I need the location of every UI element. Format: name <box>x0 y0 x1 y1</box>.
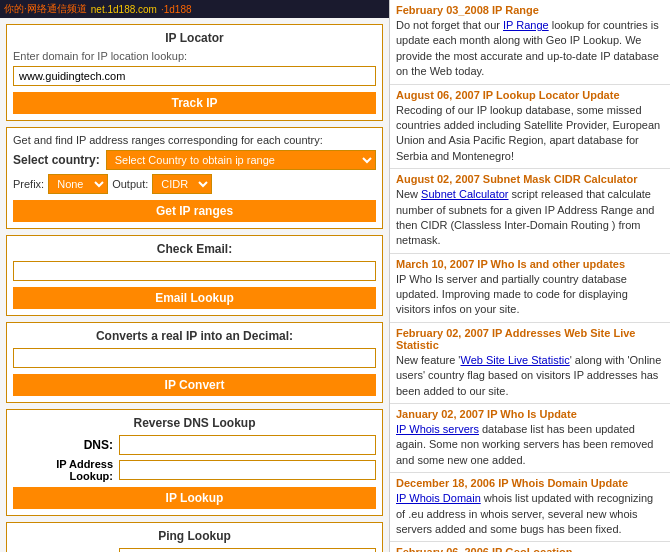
check-email-title: Check Email: <box>13 242 376 256</box>
track-ip-button[interactable]: Track IP <box>13 92 376 114</box>
ip-locator-title: IP Locator <box>13 31 376 45</box>
news-item-3: March 10, 2007 IP Who Is and other updat… <box>390 254 670 323</box>
news-link-4[interactable]: Web Site Live Statistic <box>460 354 569 366</box>
news-text-6: IP Whois Domain whois list updated with … <box>396 491 664 537</box>
news-link-5[interactable]: IP Whois servers <box>396 423 479 435</box>
news-item-4: February 02, 2007 IP Addresses Web Site … <box>390 323 670 404</box>
email-input[interactable] <box>13 261 376 281</box>
watermark-site: net.1d188.com <box>91 4 157 15</box>
news-text-4: New feature 'Web Site Live Statistic' al… <box>396 353 664 399</box>
news-text-5: IP Whois servers database list has been … <box>396 422 664 468</box>
news-item-0: February 03_2008 IP Range Do not forget … <box>390 0 670 85</box>
news-text-2: New Subnet Calculator script released th… <box>396 187 664 249</box>
prefix-label: Prefix: <box>13 178 44 190</box>
left-panel: 你的·网络通信频道 net.1d188.com ·1d188 IP Locato… <box>0 0 390 552</box>
news-date-5: January 02, 2007 IP Who Is Update <box>396 408 664 420</box>
get-ip-ranges-button[interactable]: Get IP ranges <box>13 200 376 222</box>
news-date-2: August 02, 2007 Subnet Mask CIDR Calcula… <box>396 173 664 185</box>
ping-title: Ping Lookup <box>13 529 376 543</box>
ip-range-desc: Get and find IP address ranges correspon… <box>13 134 376 146</box>
news-link-0[interactable]: IP Range <box>503 19 549 31</box>
host-row: Enter IP or Host: <box>13 548 376 552</box>
news-link-2[interactable]: Subnet Calculator <box>421 188 508 200</box>
news-link-6[interactable]: IP Whois Domain <box>396 492 481 504</box>
check-email-section: Check Email: Email Lookup <box>6 235 383 316</box>
ip-locator-input[interactable] <box>13 66 376 86</box>
ip-address-row: IP Address Lookup: <box>13 458 376 482</box>
reverse-dns-title: Reverse DNS Lookup <box>13 416 376 430</box>
output-label: Output: <box>112 178 148 190</box>
right-panel: February 03_2008 IP Range Do not forget … <box>390 0 670 552</box>
ip-locator-section: IP Locator Enter domain for IP location … <box>6 24 383 121</box>
reverse-dns-section: Reverse DNS Lookup DNS: IP Address Looku… <box>6 409 383 516</box>
country-select[interactable]: Select Country to obtain ip range <box>106 150 376 170</box>
ping-section: Ping Lookup Enter IP or Host: Enter Coun… <box>6 522 383 552</box>
news-text-3: IP Who Is server and partially country d… <box>396 272 664 318</box>
news-item-7: February 06, 2006 IP GeoLocation <box>390 542 670 552</box>
news-date-4: February 02, 2007 IP Addresses Web Site … <box>396 327 664 351</box>
dns-label: DNS: <box>13 438 113 452</box>
news-date-0: February 03_2008 IP Range <box>396 4 664 16</box>
select-country-label: Select country: <box>13 153 100 167</box>
news-date-3: March 10, 2007 IP Who Is and other updat… <box>396 258 664 270</box>
news-text-0: Do not forget that our IP Range lookup f… <box>396 18 664 80</box>
ip-address-label: IP Address Lookup: <box>13 458 113 482</box>
news-date-6: December 18, 2006 IP Whois Domain Update <box>396 477 664 489</box>
ip-lookup-button[interactable]: IP Lookup <box>13 487 376 509</box>
news-item-6: December 18, 2006 IP Whois Domain Update… <box>390 473 670 542</box>
watermark-prefix: 你的·网络通信频道 <box>4 2 87 16</box>
ip-convert-button[interactable]: IP Convert <box>13 374 376 396</box>
ip-range-section: Get and find IP address ranges correspon… <box>6 127 383 229</box>
ip-decimal-input[interactable] <box>13 348 376 368</box>
watermark-bar: 你的·网络通信频道 net.1d188.com ·1d188 <box>0 0 389 18</box>
news-item-2: August 02, 2007 Subnet Mask CIDR Calcula… <box>390 169 670 254</box>
email-lookup-button[interactable]: Email Lookup <box>13 287 376 309</box>
select-country-row: Select country: Select Country to obtain… <box>13 150 376 170</box>
news-item-5: January 02, 2007 IP Who Is Update IP Who… <box>390 404 670 473</box>
watermark-suffix: ·1d188 <box>161 4 192 15</box>
news-text-1: Recoding of our IP lookup database, some… <box>396 103 664 165</box>
prefix-row: Prefix: None Output: CIDR <box>13 174 376 194</box>
ip-decimal-section: Converts a real IP into an Decimal: IP C… <box>6 322 383 403</box>
news-date-7: February 06, 2006 IP GeoLocation <box>396 546 664 552</box>
prefix-select[interactable]: None <box>48 174 108 194</box>
ip-decimal-title: Converts a real IP into an Decimal: <box>13 329 376 343</box>
ip-locator-subtitle: Enter domain for IP location lookup: <box>13 50 376 62</box>
ip-address-input[interactable] <box>119 460 376 480</box>
host-input[interactable] <box>119 548 376 552</box>
dns-input[interactable] <box>119 435 376 455</box>
dns-row: DNS: <box>13 435 376 455</box>
news-item-1: August 06, 2007 IP Lookup Locator Update… <box>390 85 670 170</box>
news-date-1: August 06, 2007 IP Lookup Locator Update <box>396 89 664 101</box>
output-select[interactable]: CIDR <box>152 174 212 194</box>
